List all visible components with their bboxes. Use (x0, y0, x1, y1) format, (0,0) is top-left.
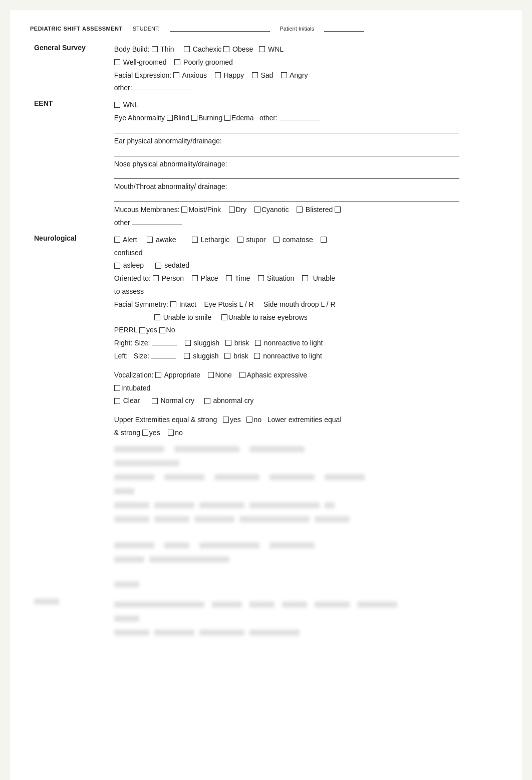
cb-thin[interactable] (152, 46, 158, 52)
left-brisk-label: brisk (231, 352, 252, 360)
sad-label: Sad (259, 71, 279, 79)
cb-comatose[interactable] (274, 237, 280, 243)
cb-situation[interactable] (258, 275, 264, 281)
wnl-build-label: WNL (266, 45, 284, 53)
gap3 (114, 527, 498, 535)
other-facial-label: other: (114, 84, 132, 92)
cb-edema[interactable] (224, 115, 230, 121)
cb-none[interactable] (208, 372, 214, 378)
burning-label: Burning (198, 114, 224, 122)
nose-line: Nose physical abnormality/drainage: (114, 158, 498, 170)
cb-blind[interactable] (167, 115, 173, 121)
header: PEDIATRIC SHIFT ASSESSMENT STUDENT: Pati… (30, 25, 502, 32)
cb-place[interactable] (192, 275, 198, 281)
cb-upper-no[interactable] (246, 417, 252, 423)
cb-lower-yes[interactable] (142, 430, 148, 436)
eye-other-field (280, 113, 320, 120)
aphasic-label: Aphasic expressive (246, 371, 307, 379)
cb-upper-yes[interactable] (223, 417, 229, 423)
vocalization-label: Vocalization: (114, 371, 156, 379)
cb-person[interactable] (153, 275, 159, 281)
cb-sad[interactable] (252, 72, 258, 78)
cb-happy[interactable] (215, 72, 221, 78)
confused-label: confused (114, 249, 143, 257)
cb-unable-smile[interactable] (154, 314, 160, 320)
cb-abnormal-cry[interactable] (204, 398, 210, 404)
cb-right-sluggish[interactable] (185, 340, 191, 346)
ear-line: Ear physical abnormality/drainage: (114, 135, 498, 147)
person-label: Person (160, 274, 190, 282)
body-build-line: Body Build: Thin Cachexic Obese WNL (114, 44, 498, 56)
neurological-content: Alert awake Lethargic stupor comatose co… (110, 232, 502, 593)
blurred-row (30, 593, 502, 643)
cb-dry[interactable] (229, 207, 235, 213)
cb-intact[interactable] (170, 301, 176, 307)
cb-blistered[interactable] (297, 207, 303, 213)
alert-label: Alert (121, 236, 145, 244)
cb-time[interactable] (226, 275, 232, 281)
cb-obese[interactable] (223, 46, 229, 52)
lower-yes-label: yes (149, 429, 166, 437)
cb-eent-wnl[interactable] (114, 102, 120, 108)
student-label: STUDENT: (133, 26, 160, 32)
cb-wnl-build[interactable] (259, 46, 265, 52)
cb-burning[interactable] (191, 115, 197, 121)
cb-lower-no[interactable] (168, 430, 174, 436)
cb-cachexic[interactable] (184, 46, 190, 52)
obese-label: Obese (230, 45, 257, 53)
upper-ext-line: Upper Extremities equal & strong yes no … (114, 414, 498, 426)
cb-left-sluggish[interactable] (184, 353, 190, 359)
sedated-label: sedated (162, 261, 189, 269)
cb-aphasic[interactable] (239, 372, 245, 378)
cb-alert[interactable] (114, 237, 120, 243)
perrl-line: PERRL yes No (114, 324, 498, 336)
cb-sedated[interactable] (155, 263, 161, 269)
gap2 (114, 408, 498, 414)
cb-intubated[interactable] (114, 385, 120, 391)
cb-mucous-other[interactable] (335, 207, 341, 213)
cb-lethargic[interactable] (192, 237, 198, 243)
cb-anxious[interactable] (173, 72, 179, 78)
cb-right-nonreactive[interactable] (255, 340, 261, 346)
cb-asleep[interactable] (114, 263, 120, 269)
mouth-label: Mouth/Throat abnormality/ drainage: (114, 182, 227, 190)
to-assess-label: to assess (114, 287, 144, 295)
cb-normal-cry[interactable] (152, 398, 158, 404)
unable-assess-label: Unable (309, 274, 335, 282)
groomed-line: Well-groomed Poorly groomed (114, 57, 498, 69)
cb-perrl-no[interactable] (159, 327, 165, 333)
facial-symmetry-line: Facial Symmetry: Intact Eye Ptosis L / R… (114, 299, 498, 311)
cb-perrl-yes[interactable] (139, 327, 145, 333)
cb-unable-eyebrows[interactable] (221, 314, 227, 320)
cb-appropriate[interactable] (155, 372, 161, 378)
cb-left-nonreactive[interactable] (254, 353, 260, 359)
cb-right-brisk[interactable] (225, 340, 231, 346)
right-brisk-label: brisk (232, 339, 253, 347)
angry-label: Angry (288, 71, 308, 79)
clear-label: Clear (121, 397, 150, 405)
right-nonreactive-label: nonreactive to light (262, 339, 323, 347)
eent-wnl-line: WNL (114, 99, 498, 111)
sleep-line: asleep sedated (114, 260, 498, 272)
cb-unable-assess[interactable] (302, 275, 308, 281)
cb-confused[interactable] (321, 237, 327, 243)
awake-label: awake (154, 236, 190, 244)
blurred-label (34, 599, 106, 605)
cb-left-brisk[interactable] (224, 353, 230, 359)
cb-well-groomed[interactable] (114, 59, 120, 65)
cachexic-label: Cachexic (191, 45, 223, 53)
neurological-label: Neurological (30, 232, 110, 593)
cb-angry[interactable] (281, 72, 287, 78)
cb-stupor[interactable] (237, 237, 243, 243)
cb-awake[interactable] (147, 237, 153, 243)
cb-moist[interactable] (181, 207, 187, 213)
perrl-no-label: No (166, 326, 175, 334)
vocalization-line: Vocalization: Appropriate None Aphasic e… (114, 369, 498, 381)
cb-clear[interactable] (114, 398, 120, 404)
stupor-label: stupor (244, 236, 272, 244)
cb-poorly-groomed[interactable] (174, 59, 180, 65)
cb-cyanotic[interactable] (254, 207, 260, 213)
asleep-label: asleep (121, 261, 154, 269)
blind-label: Blind (174, 114, 191, 122)
intact-label: Intact Eye Ptosis L / R Side mouth droop… (177, 300, 336, 308)
